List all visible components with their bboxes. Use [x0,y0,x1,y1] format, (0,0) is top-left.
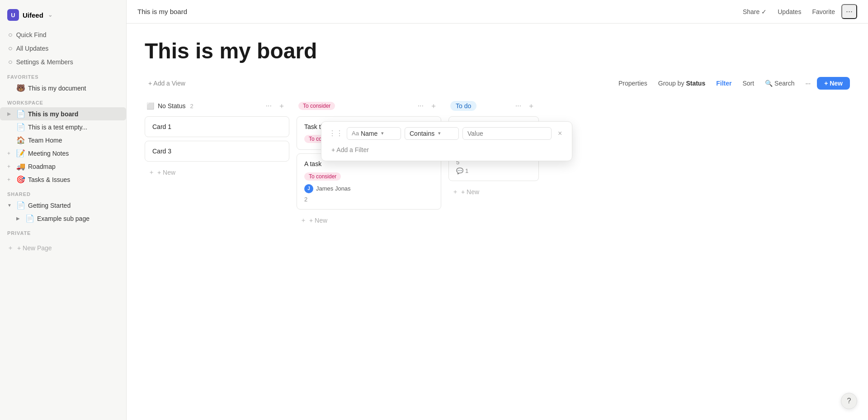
sidebar-item-roadmap[interactable]: + 🚚 Roadmap [0,160,126,173]
topbar-actions: Share ✓ Updates Favorite ··· [738,4,857,19]
add-page-plus-icon: ＋ [7,244,14,252]
no-status-add-label: + New [157,169,175,176]
filter-operator-chevron-icon: ▾ [438,130,441,136]
filter-operator-selector[interactable]: Contains ▾ [405,127,459,140]
toolbar-more-button[interactable]: ··· [801,77,815,89]
expand-plus-tasks: + [7,177,14,183]
new-item-label: + New [824,80,843,87]
sidebar-item-my-document[interactable]: 🐻 This is my document [0,81,126,95]
to-consider-col-actions: ··· ＋ [415,100,439,112]
board-toolbar: + Add a View Properties Group by Status … [145,77,850,90]
to-consider-add-card-button[interactable]: ＋ + New [297,213,441,228]
card-3[interactable]: Card 3 [145,141,289,162]
page-content: This is my board + Add a View Properties… [127,24,868,420]
card-1[interactable]: Card 1 [145,116,289,137]
to-consider-add-label: + New [309,217,327,224]
sidebar-item-all-updates[interactable]: ○ All Updates [4,42,123,55]
sidebar-item-settings[interactable]: ○ Settings & Members [4,55,123,69]
meeting-icon: 📝 [16,149,25,158]
filter-drag-handle[interactable]: ⋮⋮ [329,129,343,138]
sidebar-nav: ○ Quick Find ○ All Updates ○ Settings & … [0,28,126,69]
settings-icon: ○ [8,58,13,66]
workspace-item-roadmap-label: Roadmap [28,163,56,170]
new-item-button[interactable]: + New [817,77,850,90]
topbar-title: This is my board [137,8,187,15]
group-by-button[interactable]: Group by Status [654,77,710,89]
card-2-comment-count: 1 [465,167,468,174]
expand-chevron-example: ▶ [16,216,23,221]
filter-label: Filter [716,80,731,87]
nav-label-quick-find: Quick Find [16,31,47,38]
sidebar-item-getting-started[interactable]: ▼ 📄 Getting Started [0,199,126,212]
add-card-plus-to-do: ＋ [452,188,458,196]
search-toolbar-button[interactable]: 🔍 Search [760,77,799,89]
no-status-add-card-button[interactable]: ＋ + New [145,165,289,180]
share-button[interactable]: Share ✓ [738,6,771,18]
updates-icon: ○ [8,44,13,52]
filter-value-input[interactable] [462,127,552,140]
sidebar-item-tasks-issues[interactable]: + 🎯 Tasks & Issues [0,173,126,186]
sidebar-item-my-board[interactable]: ▶ 📄 This is my board [0,107,126,120]
board-container: ⬜ No Status 2 ··· ＋ Card 1 Card 3 ＋ + Ne [145,99,850,411]
search-icon-toolbar: 🔍 [765,80,773,87]
expand-chevron-board: ▶ [7,111,14,116]
add-page-label: + New Page [17,244,52,252]
share-label: Share [743,8,760,15]
nav-label-settings: Settings & Members [16,58,73,66]
filter-close-button[interactable]: × [555,129,565,138]
column-header-to-do: To do ··· ＋ [448,99,539,116]
tasks-icon: 🎯 [16,175,25,184]
card-a-task[interactable]: A task To consider J James Jonas 2 [297,153,441,210]
no-status-count: 2 [190,103,193,110]
to-consider-header-badge: To consider [298,102,335,110]
comment-icon: 💬 [456,167,463,174]
group-by-label: Group by [658,80,684,87]
properties-button[interactable]: Properties [614,77,652,89]
add-view-label: + Add a View [148,80,185,87]
help-button[interactable]: ? [841,393,857,409]
no-status-add-btn[interactable]: ＋ [276,100,288,112]
shared-item-example-sub-label: Example sub page [37,215,90,222]
to-consider-add-btn[interactable]: ＋ [428,100,439,112]
filter-field-selector[interactable]: Aa Name ▾ [347,127,401,140]
sidebar-item-test-empty[interactable]: 📄 This is a test empty... [0,120,126,134]
shared-section-label: SHARED [0,186,126,199]
document-icon: 🐻 [16,84,25,92]
sidebar-item-quick-find[interactable]: ○ Quick Find [4,28,123,42]
sidebar-item-meeting-notes[interactable]: + 📝 Meeting Notes [0,147,126,160]
workspace-section-label: WORKSPACE [0,95,126,107]
a-task-assignee-row: J James Jonas [304,184,434,193]
example-sub-icon: 📄 [25,214,34,223]
to-do-add-btn[interactable]: ＋ [525,100,537,112]
expand-plus-meeting: + [7,150,14,157]
to-consider-more-btn[interactable]: ··· [415,101,426,111]
sort-label: Sort [742,80,754,87]
toolbar-more-icon: ··· [805,80,811,87]
add-view-button[interactable]: + Add a View [145,78,189,89]
card-3-title: Card 3 [152,148,171,155]
sidebar-item-example-sub[interactable]: ▶ 📄 Example sub page [0,212,126,225]
add-new-page-button[interactable]: ＋ + New Page [0,241,126,255]
topbar: This is my board Share ✓ Updates Favorit… [127,0,868,24]
app-logo[interactable]: U Uifeed ⌄ [0,5,126,28]
filter-button[interactable]: Filter [712,77,736,89]
shared-item-getting-started-label: Getting Started [28,202,71,209]
app-name: Uifeed [23,11,43,19]
a-task-status-badge: To consider [304,172,341,181]
more-options-button[interactable]: ··· [841,4,857,19]
help-icon: ? [847,397,851,405]
private-section-label: PRIVATE [0,225,126,238]
add-filter-button[interactable]: + Add a Filter [329,144,372,155]
add-filter-label: + Add a Filter [331,146,369,153]
test-icon: 📄 [16,123,25,131]
to-do-more-btn[interactable]: ··· [513,101,524,111]
favorite-button[interactable]: Favorite [807,6,840,18]
to-do-add-card-button[interactable]: ＋ + New [448,185,539,199]
no-status-more-btn[interactable]: ··· [264,101,274,111]
sidebar-item-team-home[interactable]: 🏠 Team Home [0,134,126,147]
sort-button[interactable]: Sort [738,77,759,89]
filter-operator-label: Contains [410,130,434,137]
a-task-assignee-name: James Jonas [316,185,351,192]
card-1-title: Card 1 [152,123,171,130]
updates-button[interactable]: Updates [773,6,806,18]
